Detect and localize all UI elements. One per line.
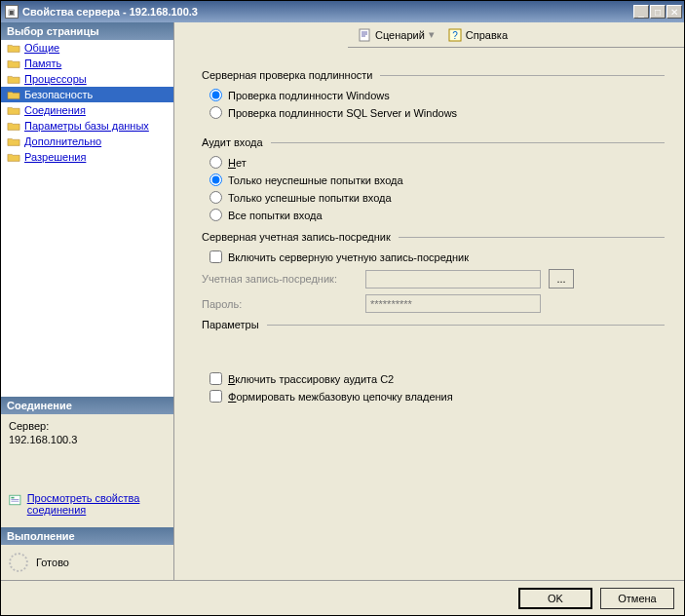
sidebar-item-label: Общие	[24, 42, 168, 54]
c2-label: Включить трассировку аудита C2	[228, 373, 394, 385]
audit-none-label: Нет	[228, 157, 247, 169]
audit-success-label: Только успешные попытки входа	[228, 192, 392, 204]
sidebar-item-memory[interactable]: Память	[1, 56, 173, 71]
view-connection-label: Просмотреть свойства соединения	[27, 492, 166, 516]
auth-sql-label: Проверка подлинности SQL Server и Window…	[228, 107, 457, 119]
proxy-group-label: Серверная учетная запись-посредник	[202, 231, 391, 243]
window-title: Свойства сервера - 192.168.100.3	[22, 6, 633, 18]
proxy-password-input	[365, 294, 541, 313]
chain-label: Формировать межбазовую цепочку владения	[228, 391, 453, 403]
audit-failed-radio[interactable]	[209, 173, 222, 186]
script-icon	[358, 28, 371, 42]
script-button[interactable]: Сценарий ▾	[354, 26, 438, 44]
cancel-button[interactable]: Отмена	[600, 588, 674, 609]
audit-failed-label: Только неуспешные попытки входа	[228, 174, 403, 186]
sidebar-item-processors[interactable]: Процессоры	[1, 71, 173, 87]
auth-group-label: Серверная проверка подлинности	[202, 69, 372, 81]
auth-sql-radio[interactable]	[209, 106, 222, 119]
svg-rect-3	[11, 501, 19, 502]
maximize-button[interactable]: □	[650, 5, 666, 19]
svg-rect-1	[11, 497, 14, 499]
proxy-enable-checkbox[interactable]	[209, 250, 222, 263]
help-button[interactable]: ? Справка	[444, 26, 512, 44]
help-label: Справка	[466, 29, 508, 41]
close-button[interactable]: ✕	[666, 5, 682, 19]
script-label: Сценарий	[375, 29, 425, 41]
proxy-enable-label: Включить серверную учетную запись-посред…	[228, 251, 469, 263]
sidebar-item-db-params[interactable]: Параметры базы данных	[1, 118, 173, 134]
page-select-header: Выбор страницы	[1, 22, 173, 40]
toolbar: Сценарий ▾ ? Справка	[348, 22, 684, 48]
sidebar-item-label: Параметры базы данных	[24, 120, 168, 132]
sidebar-item-label: Память	[24, 58, 168, 69]
audit-all-radio[interactable]	[209, 209, 222, 221]
server-value: 192.168.100.3	[9, 434, 166, 445]
audit-group-label: Аудит входа	[202, 136, 263, 148]
exec-status: Готово	[36, 557, 69, 568]
chevron-down-icon: ▾	[429, 28, 435, 41]
window-icon: ▣	[5, 5, 19, 19]
sidebar-item-general[interactable]: Общие	[1, 40, 173, 56]
sidebar-item-connections[interactable]: Соединения	[1, 102, 173, 118]
params-group-label: Параметры	[202, 319, 259, 330]
audit-none-radio[interactable]	[209, 156, 222, 169]
sidebar-item-advanced[interactable]: Дополнительно	[1, 134, 173, 149]
proxy-password-label: Пароль:	[202, 298, 358, 310]
minimize-button[interactable]: _	[633, 5, 649, 19]
audit-all-label: Все попытки входа	[228, 210, 323, 221]
sidebar-item-permissions[interactable]: Разрешения	[1, 149, 173, 165]
connection-header: Соединение	[1, 397, 173, 414]
spinner-icon	[9, 553, 28, 572]
svg-text:?: ?	[452, 30, 458, 41]
sidebar-item-security[interactable]: Безопасность	[1, 87, 173, 102]
server-label: Сервер:	[9, 420, 166, 432]
sidebar-item-label: Соединения	[24, 104, 168, 116]
ok-button[interactable]: OK	[518, 588, 592, 609]
audit-success-radio[interactable]	[209, 191, 222, 204]
svg-rect-2	[11, 499, 19, 500]
auth-windows-radio[interactable]	[209, 89, 222, 101]
proxy-account-input	[365, 270, 541, 289]
properties-icon	[9, 492, 21, 508]
proxy-browse-button[interactable]: ...	[549, 269, 574, 289]
proxy-account-label: Учетная запись-посредник:	[202, 273, 358, 285]
view-connection-link[interactable]: Просмотреть свойства соединения	[9, 492, 166, 516]
chain-checkbox[interactable]	[209, 390, 222, 403]
sidebar-item-label: Безопасность	[24, 89, 168, 100]
help-icon: ?	[448, 28, 462, 42]
exec-header: Выполнение	[1, 527, 173, 545]
sidebar-item-label: Разрешения	[24, 151, 168, 163]
titlebar: ▣ Свойства сервера - 192.168.100.3 _ □ ✕	[1, 1, 684, 22]
auth-windows-label: Проверка подлинности Windows	[228, 90, 390, 101]
sidebar-item-label: Дополнительно	[24, 135, 168, 147]
svg-rect-4	[360, 29, 369, 41]
c2-checkbox[interactable]	[209, 372, 222, 385]
sidebar-item-label: Процессоры	[24, 73, 168, 85]
